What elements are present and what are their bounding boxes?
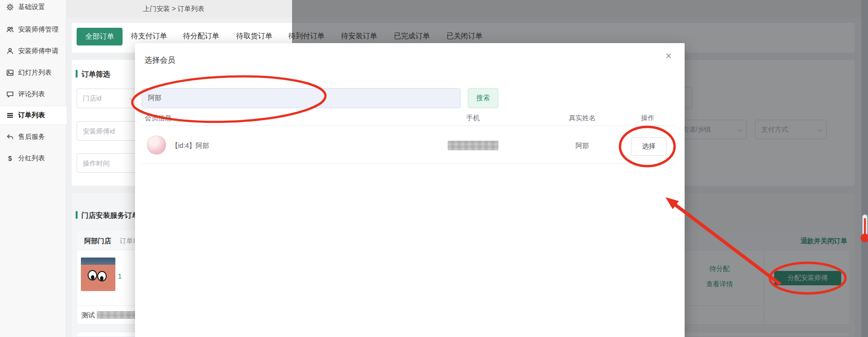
- sidebar-item-comment-list[interactable]: 评论列表: [0, 85, 67, 104]
- sidebar-item-label: 安装师傅管理: [18, 25, 58, 34]
- users-icon: [6, 26, 14, 34]
- filter-section-title: 订单筛选: [81, 70, 110, 79]
- sidebar-item-label: 安装师傅申请: [18, 47, 58, 56]
- svg-text:$: $: [8, 155, 12, 162]
- order-row-label: 测试: [81, 311, 95, 320]
- modal-backdrop: [685, 43, 868, 337]
- member-name: 【id:4】阿部: [171, 142, 209, 150]
- close-icon[interactable]: ×: [665, 51, 672, 61]
- sidebar-item-installer-apply[interactable]: 安装师傅申请: [0, 42, 67, 61]
- image-icon: [6, 69, 14, 77]
- table-divider: [142, 125, 675, 126]
- tab-all-orders[interactable]: 全部订单: [77, 28, 123, 45]
- column-header-action: 操作: [633, 114, 662, 123]
- search-button[interactable]: 搜索: [468, 88, 498, 108]
- item-count: 1: [118, 272, 122, 280]
- reply-icon: [6, 133, 14, 141]
- table-divider: [142, 163, 675, 164]
- section-accent-bar: [76, 211, 78, 219]
- operation-time-input[interactable]: [77, 153, 139, 173]
- tab-pending-assign[interactable]: 待分配订单: [178, 32, 224, 41]
- redacted-phone: [448, 141, 498, 150]
- comment-icon: [6, 90, 14, 98]
- sidebar-item-slideshow-list[interactable]: 幻灯片列表: [0, 63, 67, 82]
- sidebar-item-label: 订单列表: [18, 111, 45, 120]
- sidebar-item-label: 幻灯片列表: [18, 68, 52, 77]
- sidebar-item-label: 基础设置: [18, 3, 45, 11]
- dollar-icon: $: [6, 155, 14, 162]
- member-search-input[interactable]: [142, 88, 461, 108]
- sidebar: 基础设置 安装师傅管理 安装师傅申请 幻灯片列表 评论列表 订单列表 售后服务 …: [0, 0, 67, 337]
- sidebar-item-after-sales[interactable]: 售后服务: [0, 127, 67, 146]
- sidebar-item-label: 分红列表: [18, 154, 45, 163]
- chevron-down-icon: [129, 96, 134, 101]
- list-icon: [6, 112, 14, 119]
- sidebar-item-basic-settings[interactable]: 基础设置: [0, 0, 67, 17]
- sidebar-item-label: 评论列表: [18, 90, 45, 99]
- product-image: [81, 258, 115, 291]
- product-image-eye: [88, 270, 97, 281]
- column-header-phone: 手机: [459, 114, 487, 123]
- modal-title: 选择会员: [145, 56, 175, 66]
- store-name: 阿部门店: [84, 237, 111, 246]
- sidebar-item-label: 售后服务: [18, 133, 45, 141]
- member-real-name: 阿部: [563, 142, 601, 150]
- store-id-select-placeholder: 门店id: [83, 94, 101, 103]
- select-member-button[interactable]: 选择: [631, 137, 666, 156]
- app-window: 基础设置 安装师傅管理 安装师傅申请 幻灯片列表 评论列表 订单列表 售后服务 …: [0, 0, 868, 337]
- modal-backdrop: [292, 0, 868, 43]
- select-member-modal: [135, 43, 685, 337]
- gear-icon: [6, 3, 14, 11]
- tab-pending-payment[interactable]: 待支付订单: [126, 32, 172, 41]
- user-icon: [6, 47, 14, 55]
- tab-pending-pickup[interactable]: 待取货订单: [231, 32, 277, 41]
- product-image-sky: [81, 258, 115, 265]
- installer-id-input[interactable]: [77, 121, 139, 141]
- section-accent-bar: [76, 70, 78, 78]
- orders-section-title: 门店安装服务订单: [81, 211, 139, 220]
- product-image-eye: [97, 271, 107, 281]
- sidebar-item-dividend-list[interactable]: $ 分红列表: [0, 149, 67, 168]
- column-header-member: 会员信息: [145, 114, 171, 123]
- column-header-real-name: 真实姓名: [563, 114, 601, 123]
- sidebar-item-order-list[interactable]: 订单列表: [0, 106, 67, 125]
- breadcrumb: 上门安装 > 订单列表: [143, 0, 204, 18]
- sidebar-item-installer-management[interactable]: 安装师傅管理: [0, 20, 67, 39]
- member-avatar: [147, 135, 166, 155]
- store-id-select[interactable]: 门店id: [77, 89, 139, 108]
